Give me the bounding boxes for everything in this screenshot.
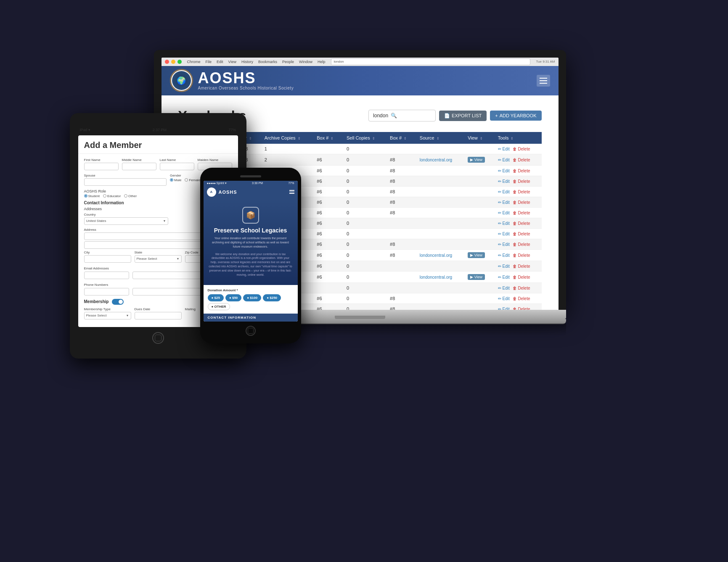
tablet-home-button[interactable]: [152, 332, 164, 344]
view-button[interactable]: ▶ View: [468, 252, 485, 258]
menu-file[interactable]: File: [206, 60, 212, 64]
cell-sell: 0: [342, 228, 386, 239]
col-archive[interactable]: Archive Copies ⇕: [260, 132, 313, 144]
donation-25-button[interactable]: ● $25: [208, 294, 224, 301]
dues-date-input[interactable]: [135, 312, 182, 319]
gender-female[interactable]: Female: [185, 178, 200, 182]
source-link[interactable]: londoncentral.org: [420, 275, 452, 280]
delete-link[interactable]: 🗑 Delete: [513, 286, 530, 290]
delete-link[interactable]: 🗑 Delete: [513, 253, 530, 258]
delete-link[interactable]: 🗑 Delete: [513, 296, 530, 301]
edit-link[interactable]: ✏ Edit: [498, 286, 510, 290]
phone-hero: 📦 Preserve School Legacies Your online d…: [204, 198, 298, 285]
edit-link[interactable]: ✏ Edit: [498, 211, 510, 215]
menu-chrome[interactable]: Chrome: [187, 60, 201, 64]
cell-tools: ✏ Edit 🗑 Delete: [494, 282, 542, 293]
edit-link[interactable]: ✏ Edit: [498, 232, 510, 236]
minimize-dot[interactable]: [171, 60, 175, 64]
cell-tools: ✏ Edit 🗑 Delete: [494, 239, 542, 249]
view-button[interactable]: ▶ View: [468, 157, 485, 163]
menu-bookmarks[interactable]: Bookmarks: [258, 60, 277, 64]
cell-box1: [312, 282, 342, 293]
delete-link[interactable]: 🗑 Delete: [513, 179, 530, 184]
col-view[interactable]: View ⇕: [463, 132, 494, 144]
donation-50-button[interactable]: ● $50: [225, 294, 241, 301]
source-link[interactable]: londoncentral.org: [420, 253, 452, 258]
menu-view[interactable]: View: [228, 60, 236, 64]
delete-link[interactable]: 🗑 Delete: [513, 242, 530, 247]
delete-link[interactable]: 🗑 Delete: [513, 147, 530, 151]
edit-link[interactable]: ✏ Edit: [498, 221, 510, 226]
gender-male[interactable]: Male: [170, 178, 181, 182]
phone-home-button[interactable]: [246, 326, 256, 336]
search-box[interactable]: london 🔍: [368, 110, 436, 121]
laptop-menubar: Chrome File Edit View History Bookmarks …: [161, 58, 559, 66]
add-yearbook-button[interactable]: + ADD YEARBOOK: [490, 111, 541, 121]
edit-link[interactable]: ✏ Edit: [498, 169, 510, 173]
delete-link[interactable]: 🗑 Delete: [513, 211, 530, 215]
middle-name-label: Middle Name: [122, 158, 156, 162]
col-sell[interactable]: Sell Copies ⇕: [342, 132, 386, 144]
last-name-input[interactable]: [160, 163, 194, 170]
cell-source: [416, 207, 463, 218]
donation-250-button[interactable]: ● $250: [263, 294, 281, 301]
membership-toggle[interactable]: [112, 299, 124, 305]
role-other[interactable]: Other: [124, 194, 137, 198]
address-bar[interactable]: london: [331, 58, 531, 65]
membership-type-select[interactable]: Please Select ▼: [84, 312, 131, 319]
col-tools[interactable]: Tools ⇕: [494, 132, 542, 144]
edit-link[interactable]: ✏ Edit: [498, 307, 510, 310]
edit-link[interactable]: ✏ Edit: [498, 200, 510, 205]
edit-link[interactable]: ✏ Edit: [498, 190, 510, 194]
delete-link[interactable]: 🗑 Delete: [513, 232, 530, 236]
delete-link[interactable]: 🗑 Delete: [513, 221, 530, 226]
delete-link[interactable]: 🗑 Delete: [513, 200, 530, 205]
col-source[interactable]: Source ⇕: [416, 132, 463, 144]
delete-link[interactable]: 🗑 Delete: [513, 264, 530, 269]
role-student[interactable]: Student: [84, 194, 100, 198]
city-input[interactable]: [84, 255, 131, 263]
menu-history[interactable]: History: [241, 60, 253, 64]
menu-edit[interactable]: Edit: [217, 60, 223, 64]
cell-box1: #6: [312, 249, 342, 261]
delete-link[interactable]: 🗑 Delete: [513, 307, 530, 310]
edit-link[interactable]: ✏ Edit: [498, 296, 510, 301]
edit-link[interactable]: ✏ Edit: [498, 242, 510, 247]
radio-student-circle: [84, 194, 87, 198]
phone-hamburger-icon[interactable]: [289, 190, 294, 194]
edit-link[interactable]: ✏ Edit: [498, 275, 510, 280]
edit-link[interactable]: ✏ Edit: [498, 158, 510, 162]
menu-window[interactable]: Window: [299, 60, 312, 64]
edit-link[interactable]: ✏ Edit: [498, 179, 510, 184]
phone-description-input[interactable]: [84, 288, 129, 296]
export-button[interactable]: 📄 EXPORT LIST: [439, 111, 487, 121]
maximize-dot[interactable]: [177, 60, 182, 64]
cell-source: [416, 261, 463, 271]
close-dot[interactable]: [165, 60, 169, 64]
phone-home-inner: [248, 328, 254, 334]
email-description-input[interactable]: [84, 272, 129, 279]
delete-link[interactable]: 🗑 Delete: [513, 158, 530, 162]
menu-help[interactable]: Help: [318, 60, 326, 64]
source-link[interactable]: londoncentral.org: [420, 158, 452, 162]
menu-line-3: [540, 83, 547, 84]
edit-link[interactable]: ✏ Edit: [498, 264, 510, 269]
first-name-input[interactable]: [84, 163, 119, 170]
delete-link[interactable]: 🗑 Delete: [513, 190, 530, 194]
delete-link[interactable]: 🗑 Delete: [513, 275, 530, 280]
spouse-input[interactable]: [84, 178, 167, 186]
view-button[interactable]: ▶ View: [468, 274, 485, 280]
country-select[interactable]: United States ▼: [84, 217, 168, 225]
col-box1[interactable]: Box # ⇕: [312, 132, 342, 144]
col-box2[interactable]: Box # ⇕: [386, 132, 416, 144]
donation-other-button[interactable]: ● OTHER: [208, 303, 230, 310]
edit-link[interactable]: ✏ Edit: [498, 253, 510, 258]
menu-people[interactable]: People: [282, 60, 294, 64]
middle-name-input[interactable]: [122, 163, 156, 170]
state-select[interactable]: Please Select ▼: [135, 255, 182, 263]
delete-link[interactable]: 🗑 Delete: [513, 169, 530, 173]
role-educator[interactable]: Educator: [103, 194, 121, 198]
hamburger-menu-icon[interactable]: [537, 75, 550, 87]
donation-100-button[interactable]: ● $100: [243, 294, 261, 301]
edit-link[interactable]: ✏ Edit: [498, 147, 510, 151]
